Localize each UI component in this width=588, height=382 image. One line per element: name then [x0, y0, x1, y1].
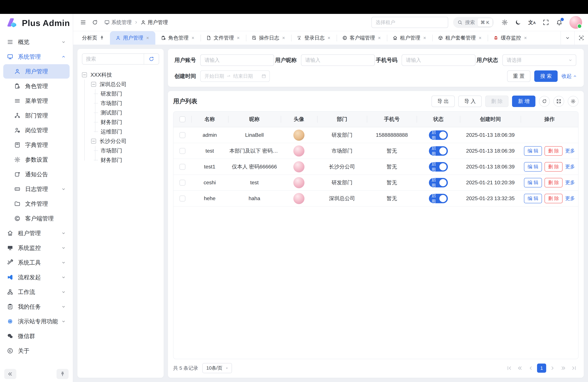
- sidebar-item-notice[interactable]: 通知公告: [3, 167, 70, 182]
- status-toggle[interactable]: 启用: [429, 194, 448, 203]
- tree-search-input[interactable]: [82, 54, 144, 64]
- tenant-select-input[interactable]: [371, 17, 448, 28]
- close-icon[interactable]: ×: [191, 35, 195, 41]
- user-status-select[interactable]: 请选择: [503, 54, 576, 66]
- close-icon[interactable]: ×: [377, 35, 381, 41]
- close-icon[interactable]: ×: [236, 35, 240, 41]
- more-button[interactable]: 更多: [565, 179, 575, 186]
- first-page-button[interactable]: [505, 363, 514, 373]
- page-number-current[interactable]: 1: [537, 363, 546, 373]
- tree-node[interactable]: 长沙分公司: [91, 136, 159, 146]
- sidebar-item-my-tasks[interactable]: 我的任务: [3, 299, 70, 314]
- add-user-button[interactable]: 新 增: [512, 96, 535, 107]
- last-page-button[interactable]: [569, 363, 579, 373]
- tree-node[interactable]: 深圳总公司: [91, 80, 159, 89]
- tree-node[interactable]: XXX科技: [82, 70, 159, 80]
- import-button[interactable]: 导 入: [458, 96, 482, 107]
- close-icon[interactable]: ×: [282, 35, 286, 41]
- sidebar-item-flow-start[interactable]: 流程发起: [3, 270, 70, 284]
- tab-role-mgmt[interactable]: 角色管理×: [155, 31, 201, 45]
- notifications-button[interactable]: [556, 19, 563, 26]
- language-switch-button[interactable]: 文A: [528, 20, 536, 25]
- content-fullscreen-button[interactable]: [574, 31, 588, 45]
- sidebar-item-dict-mgmt[interactable]: 字典管理: [3, 138, 70, 152]
- edit-button[interactable]: 编 辑: [524, 146, 542, 156]
- date-range-picker[interactable]: 开始日期 结束日期: [200, 70, 270, 82]
- status-toggle[interactable]: 启用: [429, 162, 448, 171]
- settings-button[interactable]: [502, 19, 508, 26]
- tree-refresh-button[interactable]: [144, 54, 159, 64]
- sidebar-item-menu-mgmt[interactable]: 菜单管理: [3, 94, 70, 108]
- sidebar-item-system-monitor[interactable]: 系统监控: [3, 241, 70, 255]
- status-toggle[interactable]: 启用: [429, 146, 448, 156]
- dark-mode-toggle[interactable]: [515, 19, 521, 26]
- tree-collapse-box-icon[interactable]: [82, 72, 87, 77]
- more-button[interactable]: 更多: [565, 148, 575, 154]
- close-icon[interactable]: ×: [523, 35, 527, 41]
- status-toggle[interactable]: 启用: [429, 130, 448, 140]
- sidebar-item-client-mgmt[interactable]: 客户端管理: [3, 211, 70, 226]
- tree-node[interactable]: 财务部门: [100, 155, 159, 165]
- page-size-select[interactable]: 10条/页: [202, 363, 232, 373]
- hamburger-menu-button[interactable]: [80, 19, 86, 25]
- export-button[interactable]: 导 出: [432, 96, 455, 107]
- breadcrumb-section[interactable]: 系统管理: [104, 19, 132, 26]
- tabs-dropdown-button[interactable]: [561, 31, 574, 45]
- sidebar-item-workflow[interactable]: 工作流: [3, 285, 70, 299]
- tree-node[interactable]: 研发部门: [100, 89, 159, 99]
- sidebar-item-about[interactable]: 关于: [3, 344, 70, 358]
- sidebar-item-dept-mgmt[interactable]: 部门管理: [3, 108, 70, 123]
- next-5-pages-button[interactable]: [559, 363, 568, 373]
- status-toggle[interactable]: 启用: [429, 178, 448, 187]
- tab-login-log[interactable]: 登录日志×: [291, 31, 337, 45]
- select-all-checkbox[interactable]: [180, 116, 185, 122]
- more-button[interactable]: 更多: [565, 163, 575, 170]
- edit-button[interactable]: 编 辑: [524, 178, 542, 187]
- refresh-page-button[interactable]: [92, 19, 98, 25]
- tree-node[interactable]: 运维部门: [100, 127, 159, 136]
- prev-5-pages-button[interactable]: [515, 363, 525, 373]
- tree-node[interactable]: 市场部门: [100, 99, 159, 108]
- tab-client-mgmt[interactable]: 客户端管理×: [337, 31, 387, 45]
- delete-button[interactable]: 删 除: [545, 162, 563, 171]
- table-refresh-button[interactable]: [539, 96, 550, 107]
- reset-button[interactable]: 重 置: [507, 70, 530, 82]
- tree-node[interactable]: 财务部门: [100, 117, 159, 127]
- delete-button[interactable]: 删 除: [545, 146, 563, 156]
- phone-number-input[interactable]: [402, 54, 475, 66]
- sidebar-item-system-tools[interactable]: 系统工具: [3, 255, 70, 270]
- sidebar-item-log-mgmt[interactable]: 日志管理: [3, 182, 70, 196]
- sidebar-item-user-mgmt[interactable]: 用户管理: [3, 64, 70, 79]
- row-checkbox[interactable]: [180, 180, 185, 186]
- tab-user-mgmt[interactable]: 用户管理×: [110, 31, 155, 45]
- sidebar-item-param-settings[interactable]: 参数设置: [3, 152, 70, 167]
- row-checkbox[interactable]: [180, 132, 185, 138]
- delete-selected-button[interactable]: 删 除: [485, 96, 509, 107]
- sidebar-item-demo-features[interactable]: 演示站专用功能: [3, 314, 70, 329]
- sidebar-pin-button[interactable]: [57, 369, 69, 379]
- more-button[interactable]: 更多: [565, 195, 575, 202]
- delete-button[interactable]: 删 除: [545, 178, 563, 187]
- row-checkbox[interactable]: [180, 164, 185, 170]
- tree-node[interactable]: 市场部门: [100, 146, 159, 155]
- tab-cache-monitor[interactable]: 缓存监控×: [488, 31, 533, 45]
- delete-button[interactable]: 删 除: [545, 194, 563, 203]
- tab-analysis[interactable]: 分析页: [76, 31, 110, 45]
- close-icon[interactable]: ×: [478, 35, 482, 41]
- table-fullscreen-button[interactable]: [553, 96, 564, 107]
- tab-file-mgmt[interactable]: 文件管理×: [201, 31, 246, 45]
- search-button[interactable]: 搜 索: [534, 70, 558, 82]
- edit-button[interactable]: 编 辑: [524, 162, 542, 171]
- edit-button[interactable]: 编 辑: [524, 194, 542, 203]
- user-nickname-input[interactable]: [301, 54, 375, 66]
- breadcrumb-page[interactable]: 用户管理: [141, 19, 168, 26]
- close-icon[interactable]: ×: [327, 35, 331, 41]
- user-avatar[interactable]: [569, 16, 582, 29]
- sidebar-item-post-mgmt[interactable]: 岗位管理: [3, 123, 70, 137]
- global-search-button[interactable]: 搜索 ⌘ K: [453, 17, 494, 28]
- sidebar-item-role-mgmt[interactable]: 角色管理: [3, 79, 70, 93]
- prev-page-button[interactable]: [526, 363, 535, 373]
- close-icon[interactable]: ×: [146, 35, 150, 41]
- tab-op-log[interactable]: 操作日志×: [246, 31, 291, 45]
- user-account-input[interactable]: [200, 54, 274, 66]
